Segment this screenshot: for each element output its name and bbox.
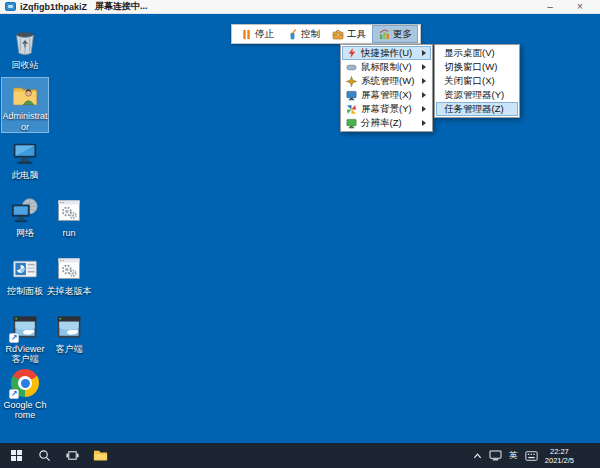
taskbar-left — [0, 443, 114, 468]
app-window-icon: ↗ — [10, 312, 40, 342]
window-gears-icon — [54, 254, 84, 284]
remote-viewer-window: iZqfigb1thpakiZ 屏幕连接中... – × 回收站 — [0, 0, 600, 468]
titlebar: iZqfigb1thpakiZ 屏幕连接中... – × — [0, 0, 600, 14]
desktop-icon-label: 客户端 — [56, 344, 83, 354]
menu-item-mouse-restrict[interactable]: 鼠标限制(V) — [342, 60, 431, 74]
tools-button[interactable]: 工具 — [326, 25, 372, 43]
desktop-icon-google-chrome[interactable]: ↗ Google Chrome — [2, 366, 48, 421]
user-folder-icon — [10, 80, 40, 109]
submenu-arrow-icon — [422, 106, 426, 112]
toolbox-icon — [332, 28, 344, 40]
desktop-icon-network[interactable]: 网络 — [2, 194, 48, 238]
window-title-app: iZqfigb1thpakiZ — [20, 2, 87, 12]
submenu-arrow-icon — [422, 50, 426, 56]
lightning-icon — [346, 48, 357, 59]
pinwheel-icon — [346, 104, 357, 115]
task-view-icon — [66, 449, 79, 462]
tools-label: 工具 — [347, 28, 366, 41]
recycle-bin-icon — [10, 28, 40, 58]
desktop-icon-label: 网络 — [16, 228, 34, 238]
menu-item-explorer[interactable]: 资源管理器(Y) — [436, 88, 518, 102]
close-button[interactable]: × — [567, 0, 593, 13]
start-button[interactable] — [2, 443, 30, 468]
network-tray-icon[interactable] — [489, 450, 502, 461]
task-view-button[interactable] — [58, 443, 86, 468]
menu-item-screen-manage[interactable]: 屏幕管理(X) — [342, 88, 431, 102]
more-label: 更多 — [393, 28, 412, 41]
desktop-icon-label: 控制面板 — [7, 286, 43, 296]
remote-toolbar: 停止 控制 — [231, 24, 421, 44]
submenu-arrow-icon — [422, 64, 426, 70]
desktop-icon-run[interactable]: run — [46, 194, 92, 238]
green-monitor-icon — [346, 118, 357, 129]
network-icon — [10, 196, 40, 226]
submenu-arrow-icon — [422, 92, 426, 98]
desktop-icon-administrator[interactable]: Administrator — [2, 78, 48, 132]
this-pc-icon — [10, 138, 40, 168]
desktop-icon-label: 回收站 — [12, 60, 39, 70]
search-button[interactable] — [30, 443, 58, 468]
windows-logo-icon — [11, 450, 22, 461]
more-menu: 快捷操作(U) 鼠标限制(V) 系统管理(W) — [340, 44, 433, 132]
app-window-icon — [54, 312, 84, 342]
shortcut-arrow-icon: ↗ — [9, 333, 19, 343]
desktop-icon-label: Google Chrome — [2, 400, 48, 421]
desktop-icon-recycle-bin[interactable]: 回收站 — [2, 26, 48, 70]
window-gears-icon — [54, 196, 84, 226]
taskbar: 英 22:27 2021/2/5 — [0, 443, 600, 468]
desktop-icon-label: 关掉老版本 — [47, 286, 92, 296]
taskbar-clock[interactable]: 22:27 2021/2/5 — [545, 447, 574, 465]
stop-button[interactable]: 停止 — [234, 25, 280, 43]
clock-date: 2021/2/5 — [545, 456, 574, 465]
desktop-icon-close-old-version[interactable]: 关掉老版本 — [46, 252, 92, 296]
menu-item-screen-background[interactable]: 屏幕背景(Y) — [342, 102, 431, 116]
file-explorer-button[interactable] — [86, 443, 114, 468]
control-panel-icon — [10, 254, 40, 284]
menu-item-switch-window[interactable]: 切换窗口(W) — [436, 60, 518, 74]
search-icon — [38, 449, 51, 462]
submenu-arrow-icon — [422, 78, 426, 84]
menu-item-close-window[interactable]: 关闭窗口(X) — [436, 74, 518, 88]
mouse-bar-icon — [346, 62, 357, 73]
desktop-icon-client[interactable]: 客户端 — [46, 310, 92, 354]
menu-item-system-manage[interactable]: 系统管理(W) — [342, 74, 431, 88]
menu-item-quick-actions[interactable]: 快捷操作(U) — [342, 46, 431, 60]
menu-item-resolution[interactable]: 分辨率(Z) — [342, 116, 431, 130]
remote-desktop: 回收站 Administrator — [0, 14, 600, 468]
desktop-icon-label: run — [62, 228, 75, 238]
clock-time: 22:27 — [545, 447, 574, 456]
menu-item-task-manager[interactable]: 任务管理器(Z) — [436, 102, 518, 116]
quick-actions-submenu: 显示桌面(V) 切换窗口(W) 关闭窗口(X) 资源管理器(Y) 任务管理器(Z… — [434, 44, 520, 118]
minimize-button[interactable]: – — [537, 0, 563, 13]
control-label: 控制 — [301, 28, 320, 41]
pause-icon — [240, 28, 252, 40]
monitor-icon — [346, 90, 357, 101]
control-button[interactable]: 控制 — [280, 25, 326, 43]
chart-icon — [378, 28, 390, 40]
window-title-status: 屏幕连接中... — [95, 0, 148, 13]
app-icon — [5, 2, 16, 11]
file-explorer-icon — [93, 449, 108, 462]
chrome-icon: ↗ — [10, 368, 40, 398]
desktop-icon-label: Administrator — [2, 111, 48, 132]
desktop-icon-rdviewer-client[interactable]: ↗ RdViewer客户端 — [2, 310, 48, 365]
more-button[interactable]: 更多 — [372, 25, 418, 43]
system-tray: 英 22:27 2021/2/5 — [473, 443, 574, 468]
joystick-icon — [286, 28, 298, 40]
star-burst-icon — [346, 76, 357, 87]
stop-label: 停止 — [255, 28, 274, 41]
desktop-icon-this-pc[interactable]: 此电脑 — [2, 136, 48, 180]
menu-item-show-desktop[interactable]: 显示桌面(V) — [436, 46, 518, 60]
desktop-icon-label: RdViewer客户端 — [2, 344, 48, 365]
submenu-arrow-icon — [422, 120, 426, 126]
input-method-indicator[interactable]: 英 — [509, 450, 518, 462]
touch-keyboard-icon[interactable] — [525, 451, 538, 461]
hidden-icons-chevron-icon[interactable] — [473, 452, 482, 460]
desktop-icon-control-panel[interactable]: 控制面板 — [2, 252, 48, 296]
shortcut-arrow-icon: ↗ — [9, 389, 19, 399]
desktop-icon-label: 此电脑 — [12, 170, 39, 180]
